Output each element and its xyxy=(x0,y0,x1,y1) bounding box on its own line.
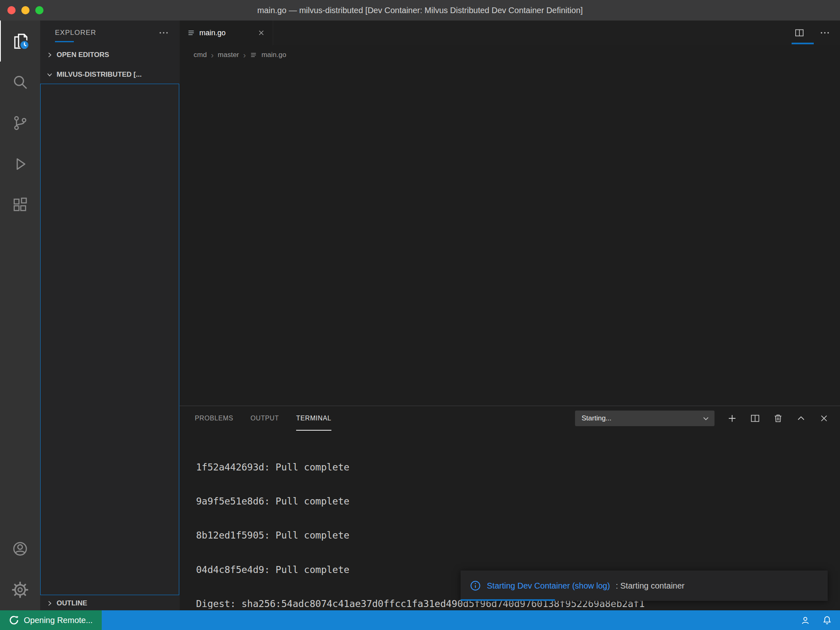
sidebar-progress-bar xyxy=(55,41,74,42)
notification-toast: Starting Dev Container (show log) : Star… xyxy=(461,571,828,601)
section-label: OUTLINE xyxy=(57,599,87,607)
section-label: OPEN EDITORS xyxy=(57,51,109,59)
editor-progress-bar xyxy=(792,43,814,44)
breadcrumb-separator: › xyxy=(211,51,214,59)
activity-search-button[interactable] xyxy=(0,62,40,103)
section-outline[interactable]: OUTLINE xyxy=(40,596,180,610)
activity-explorer-button[interactable] xyxy=(0,21,40,62)
file-icon xyxy=(187,29,195,37)
section-workspace[interactable]: MILVUS-DISTRIBUTED [... xyxy=(40,65,180,84)
breadcrumb-item[interactable]: cmd xyxy=(194,51,207,59)
activity-bar xyxy=(0,21,40,610)
files-icon xyxy=(11,32,30,50)
chevron-right-icon xyxy=(46,51,53,59)
remote-indicator[interactable]: Opening Remote... xyxy=(0,610,102,630)
close-tab-icon[interactable] xyxy=(257,29,265,37)
new-terminal-icon[interactable] xyxy=(727,413,737,424)
kill-terminal-trash-icon[interactable] xyxy=(773,413,783,424)
breadcrumb-item[interactable]: master xyxy=(218,51,239,59)
notification-progress-bar xyxy=(461,599,555,601)
terminal-select-value: Starting... xyxy=(582,414,612,422)
info-icon xyxy=(470,580,481,591)
chevron-down-icon xyxy=(701,414,710,423)
source-control-icon xyxy=(11,114,29,132)
tab-label: main.go xyxy=(199,29,226,37)
run-debug-icon xyxy=(11,155,29,173)
window-title: main.go — milvus-distributed [Dev Contai… xyxy=(257,6,583,15)
terminal-line: 9a9f5e51e8d6: Pull complete xyxy=(196,496,832,507)
status-bar: Opening Remote... xyxy=(0,610,840,630)
account-icon xyxy=(11,540,29,557)
maximize-panel-chevron-up-icon[interactable] xyxy=(796,413,806,424)
terminal-line: 8b12ed1f5905: Pull complete xyxy=(196,530,832,541)
notification-link[interactable]: Starting Dev Container (show log) xyxy=(487,581,610,591)
breadcrumb-item[interactable]: main.go xyxy=(261,51,286,59)
window-controls xyxy=(7,6,43,14)
breadcrumb-separator: › xyxy=(243,51,246,59)
file-icon xyxy=(250,51,257,59)
activity-settings-button[interactable] xyxy=(0,569,40,610)
more-actions-icon[interactable] xyxy=(819,27,830,38)
panel-controls: Starting... xyxy=(575,406,829,431)
section-label: MILVUS-DISTRIBUTED [... xyxy=(57,71,142,79)
close-panel-icon[interactable] xyxy=(819,413,829,424)
terminal-select-dropdown[interactable]: Starting... xyxy=(575,411,714,426)
terminal-line: 1f52a442693d: Pull complete xyxy=(196,462,832,473)
tab-terminal[interactable]: TERMINAL xyxy=(296,406,331,431)
vscode-window: main.go — milvus-distributed [Dev Contai… xyxy=(0,0,840,630)
settings-gear-icon xyxy=(11,581,29,598)
sidebar-more-actions-button[interactable] xyxy=(158,27,169,38)
bell-icon[interactable] xyxy=(822,615,833,626)
status-bar-right xyxy=(800,615,840,626)
person-icon[interactable] xyxy=(800,615,811,626)
panel-tabs: PROBLEMS OUTPUT TERMINAL xyxy=(195,406,331,431)
chevron-down-icon xyxy=(46,71,53,78)
activity-extensions-button[interactable] xyxy=(0,185,40,226)
zoom-window-button[interactable] xyxy=(35,6,43,14)
close-window-button[interactable] xyxy=(7,6,16,14)
remote-label: Opening Remote... xyxy=(24,616,93,625)
section-open-editors[interactable]: OPEN EDITORS xyxy=(40,45,180,65)
tab-problems[interactable]: PROBLEMS xyxy=(195,406,233,431)
minimize-window-button[interactable] xyxy=(21,6,30,14)
sync-spinner-icon xyxy=(9,615,19,625)
explorer-sidebar: EXPLORER OPEN EDITORS MILVUS-DISTRIBUTED… xyxy=(40,21,180,610)
notification-message: : Starting container xyxy=(616,581,685,591)
sidebar-title: EXPLORER xyxy=(55,29,96,37)
extensions-icon xyxy=(11,196,29,214)
tab-main-go[interactable]: main.go xyxy=(180,21,273,45)
split-terminal-icon[interactable] xyxy=(750,413,760,424)
activity-run-debug-button[interactable] xyxy=(0,144,40,185)
editor-tab-bar: main.go xyxy=(180,21,840,45)
editor-actions xyxy=(794,21,830,45)
split-editor-icon[interactable] xyxy=(794,27,805,38)
activity-account-button[interactable] xyxy=(0,528,40,569)
search-icon xyxy=(11,73,29,91)
file-tree-area[interactable] xyxy=(40,84,179,595)
tab-output[interactable]: OUTPUT xyxy=(251,406,279,431)
chevron-right-icon xyxy=(46,600,53,607)
activity-source-control-button[interactable] xyxy=(0,103,40,144)
title-bar: main.go — milvus-distributed [Dev Contai… xyxy=(0,0,840,21)
breadcrumb: cmd › master › main.go xyxy=(180,45,840,65)
editor-content[interactable] xyxy=(180,65,840,406)
